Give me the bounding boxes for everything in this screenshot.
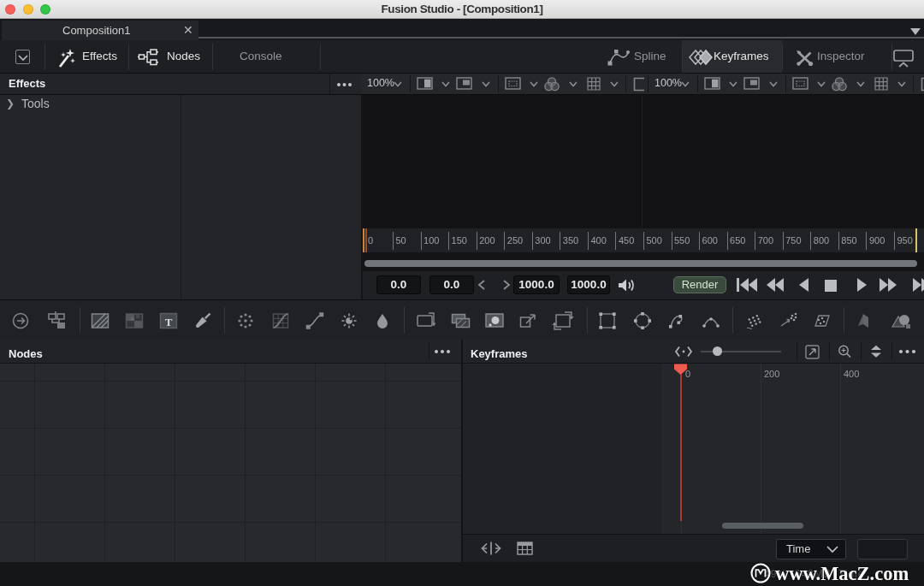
svg-text:T: T — [165, 316, 173, 329]
